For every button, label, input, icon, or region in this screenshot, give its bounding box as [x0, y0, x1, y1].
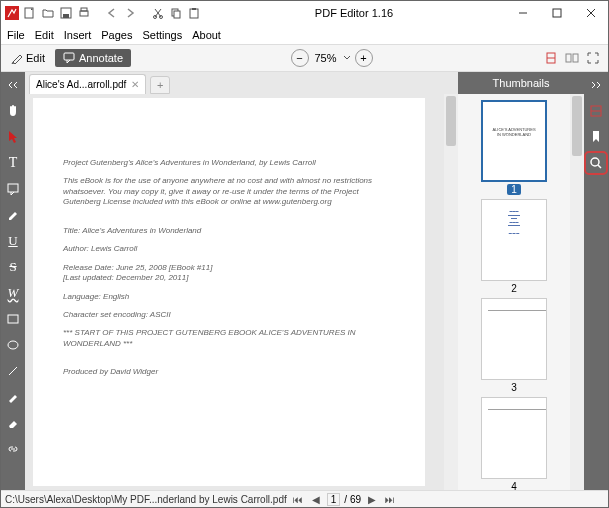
svg-rect-13 — [553, 9, 561, 17]
menu-bar: File Edit Insert Pages Settings About — [1, 25, 608, 44]
close-button[interactable] — [574, 1, 608, 25]
print-icon[interactable] — [76, 5, 92, 21]
thumbnail-number: 2 — [511, 283, 517, 294]
menu-about[interactable]: About — [192, 29, 221, 41]
arrow-tool-icon[interactable] — [4, 128, 22, 146]
text-tool-icon[interactable]: T — [4, 154, 22, 172]
search-tab-icon[interactable] — [587, 154, 605, 172]
app-icon — [4, 5, 20, 21]
page-total: / 69 — [344, 494, 361, 505]
status-bar: C:\Users\Alexa\Desktop\My PDF...nderland… — [1, 490, 608, 508]
strikeout-tool-icon[interactable]: S — [4, 258, 22, 276]
menu-settings[interactable]: Settings — [142, 29, 182, 41]
thumbnails-panel: Thumbnails ALICE'S ADVENTURESIN WONDERLA… — [458, 72, 584, 490]
open-icon[interactable] — [40, 5, 56, 21]
svg-rect-9 — [174, 11, 180, 18]
note-tool-icon[interactable] — [4, 180, 22, 198]
svg-rect-11 — [192, 8, 196, 10]
edit-mode-button[interactable]: Edit — [5, 50, 51, 66]
doc-text: Language: English — [63, 292, 395, 302]
eraser-tool-icon[interactable] — [4, 414, 22, 432]
thumbnail-number: 1 — [507, 184, 521, 195]
svg-rect-10 — [190, 9, 198, 18]
bookmarks-tab-icon[interactable] — [587, 128, 605, 146]
doc-text: *** START OF THIS PROJECT GUTENBERG EBOO… — [63, 328, 395, 349]
doc-text: Produced by David Widger — [63, 367, 395, 377]
thumbnail-scrollbar[interactable] — [570, 94, 584, 490]
tab-strip: Alice's Ad...arroll.pdf ✕ + — [25, 72, 458, 94]
pencil-tool-icon[interactable] — [4, 388, 22, 406]
thumbnail-item[interactable]: ALICE'S ADVENTURESIN WONDERLAND 1 — [481, 100, 547, 195]
paste-icon[interactable] — [186, 5, 202, 21]
svg-point-25 — [591, 158, 599, 166]
thumbnails-tab-icon[interactable] — [587, 102, 605, 120]
annotate-mode-button[interactable]: Annotate — [55, 49, 131, 67]
last-page-button[interactable]: ⏭ — [383, 494, 397, 505]
doc-text: Title: Alice's Adventures in Wonderland — [63, 226, 395, 236]
prev-page-button[interactable]: ◀ — [309, 494, 323, 505]
chevron-down-icon[interactable] — [343, 54, 351, 62]
rectangle-tool-icon[interactable] — [4, 310, 22, 328]
tab-close-icon[interactable]: ✕ — [131, 79, 139, 90]
thumbnail-number: 4 — [511, 481, 517, 490]
maximize-button[interactable] — [540, 1, 574, 25]
thumbnail-item[interactable]: ▬▬▬▬▬▬▬▬▬▬▬▬▬▬▬▬▬▬▬▬▬▬▬▬▬▬▬▬▬▬▬▬▬▬▬▬▬▬▬▬… — [481, 397, 547, 490]
next-page-button[interactable]: ▶ — [365, 494, 379, 505]
right-tool-strip — [584, 72, 608, 490]
minimize-button[interactable] — [506, 1, 540, 25]
vertical-scrollbar[interactable] — [444, 94, 458, 490]
two-page-icon[interactable] — [563, 49, 581, 67]
link-tool-icon[interactable] — [4, 440, 22, 458]
save-icon[interactable] — [58, 5, 74, 21]
new-tab-button[interactable]: + — [150, 76, 170, 94]
svg-rect-14 — [64, 53, 74, 60]
thumbnail-number: 3 — [511, 382, 517, 393]
svg-rect-20 — [8, 315, 18, 323]
svg-rect-0 — [5, 6, 19, 20]
menu-pages[interactable]: Pages — [101, 29, 132, 41]
squiggly-tool-icon[interactable]: W — [4, 284, 22, 302]
underline-tool-icon[interactable]: U — [4, 232, 22, 250]
title-bar: PDF Editor 1.16 — [1, 1, 608, 25]
menu-edit[interactable]: Edit — [35, 29, 54, 41]
menu-file[interactable]: File — [7, 29, 25, 41]
cut-icon[interactable] — [150, 5, 166, 21]
file-path: C:\Users\Alexa\Desktop\My PDF...nderland… — [5, 494, 287, 505]
fullscreen-icon[interactable] — [584, 49, 602, 67]
svg-line-26 — [598, 165, 601, 168]
zoom-out-button[interactable]: − — [291, 49, 309, 67]
zoom-level[interactable]: 75% — [313, 52, 339, 64]
undo-icon[interactable] — [104, 5, 120, 21]
highlight-tool-icon[interactable] — [4, 206, 22, 224]
collapse-left-icon[interactable] — [4, 76, 22, 94]
tab-label: Alice's Ad...arroll.pdf — [36, 79, 126, 90]
first-page-button[interactable]: ⏮ — [291, 494, 305, 505]
zoom-controls: − 75% + — [291, 49, 373, 67]
thumbnail-item[interactable]: ▬▬▬▬▬▬▬▬▬▬▬▬▬▬▬▬▬▬▬▬▬▬▬▬▬▬▬▬▬▬▬▬▬▬▬▬▬▬▬▬… — [481, 298, 547, 393]
line-tool-icon[interactable] — [4, 362, 22, 380]
svg-line-22 — [9, 367, 17, 375]
doc-text: Project Gutenberg's Alice's Adventures i… — [63, 158, 395, 168]
collapse-right-icon[interactable] — [587, 76, 605, 94]
single-page-icon[interactable] — [542, 49, 560, 67]
left-tool-strip: T U S W — [1, 72, 25, 490]
svg-rect-3 — [63, 14, 69, 18]
svg-rect-17 — [566, 54, 571, 62]
doc-text: Author: Lewis Carroll — [63, 244, 395, 254]
svg-rect-19 — [8, 184, 18, 192]
zoom-in-button[interactable]: + — [355, 49, 373, 67]
copy-icon[interactable] — [168, 5, 184, 21]
svg-rect-5 — [81, 8, 87, 11]
page-number-input[interactable]: 1 — [327, 493, 341, 506]
toolbar: Edit Annotate − 75% + — [1, 44, 608, 72]
svg-point-21 — [8, 341, 18, 349]
thumbnail-item[interactable]: ▬▬▬▬▬▬▬▬▬▬▬▬▬▬▬▬▬ ▬ ▬ 2 — [481, 199, 547, 294]
svg-rect-4 — [80, 11, 88, 16]
new-icon[interactable] — [22, 5, 38, 21]
document-page[interactable]: Project Gutenberg's Alice's Adventures i… — [33, 98, 425, 486]
redo-icon[interactable] — [122, 5, 138, 21]
document-tab[interactable]: Alice's Ad...arroll.pdf ✕ — [29, 74, 146, 94]
ellipse-tool-icon[interactable] — [4, 336, 22, 354]
menu-insert[interactable]: Insert — [64, 29, 92, 41]
hand-tool-icon[interactable] — [4, 102, 22, 120]
